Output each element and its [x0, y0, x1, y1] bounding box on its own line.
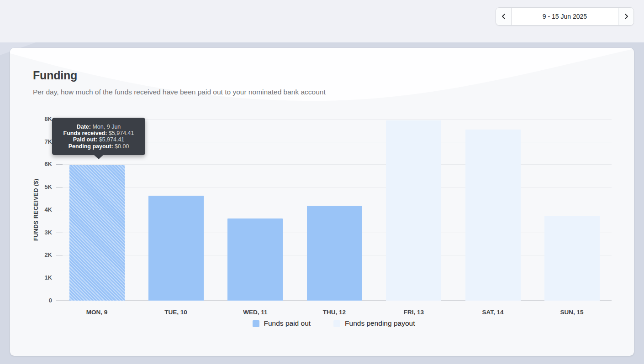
chevron-left-icon: [501, 13, 507, 20]
x-tick-label: THU, 12: [302, 309, 366, 316]
bar-sat-14[interactable]: [465, 130, 521, 301]
bar-wed-11[interactable]: [227, 218, 283, 301]
axis-tick: [56, 210, 63, 210]
gridline: [56, 164, 612, 165]
chart-legend: Funds paid out Funds pending payout: [56, 319, 612, 328]
legend-label: Funds pending payout: [345, 319, 415, 328]
y-tick-label: 2K: [32, 251, 52, 258]
y-tick-label: 1K: [32, 274, 52, 281]
legend-label: Funds paid out: [264, 319, 311, 328]
pending-payout-swatch-icon: [333, 320, 340, 327]
funding-card: Funding Per day, how much of the funds r…: [10, 48, 634, 356]
y-tick-label: 6K: [32, 161, 52, 167]
bar-fri-13[interactable]: [386, 120, 441, 301]
bar-tue-10[interactable]: [148, 196, 204, 301]
axis-tick: [56, 187, 63, 187]
chevron-right-icon: [623, 13, 629, 20]
date-range-label[interactable]: 9 - 15 Jun 2025: [511, 8, 618, 25]
tooltip-funds-received-row: Funds received: $5,974.41: [57, 130, 141, 136]
axis-tick: [56, 233, 63, 233]
paid-out-swatch-icon: [253, 320, 259, 327]
previous-week-button[interactable]: [496, 8, 511, 25]
y-tick-label: 8K: [32, 115, 52, 122]
axis-tick: [56, 278, 63, 278]
x-tick-label: MON, 9: [65, 309, 129, 316]
bar-mon-9[interactable]: [69, 165, 125, 301]
date-range-navigator: 9 - 15 Jun 2025: [496, 7, 634, 26]
x-tick-label: SUN, 15: [540, 309, 604, 316]
x-tick-label: FRI, 13: [382, 309, 446, 316]
tooltip-arrow: [94, 155, 104, 159]
bar-sun-15[interactable]: [544, 216, 600, 301]
bar-thu-12[interactable]: [307, 206, 362, 301]
y-tick-label: 3K: [32, 229, 52, 236]
y-tick-label: 5K: [32, 183, 52, 190]
y-tick-label: 4K: [32, 206, 52, 213]
axis-tick: [56, 164, 63, 165]
axis-tick: [56, 255, 63, 255]
legend-item-funds-paid-out[interactable]: Funds paid out: [253, 319, 311, 328]
x-tick-label: WED, 11: [223, 309, 287, 316]
x-tick-label: TUE, 10: [144, 309, 208, 316]
y-tick-label: 7K: [32, 138, 52, 145]
chart-tooltip: Date: Mon, 9 Jun Funds received: $5,974.…: [52, 118, 145, 155]
page-title: Funding: [33, 69, 77, 82]
page-subtitle: Per day, how much of the funds received …: [33, 88, 326, 96]
y-tick-label: 0: [32, 297, 52, 304]
gridline: [56, 187, 612, 187]
next-week-button[interactable]: [618, 8, 633, 25]
x-tick-label: SAT, 14: [461, 309, 525, 316]
tooltip-paid-out-row: Paid out: $5,974.41: [57, 136, 141, 143]
tooltip-date-row: Date: Mon, 9 Jun: [57, 124, 141, 130]
legend-item-funds-pending-payout[interactable]: Funds pending payout: [333, 319, 415, 328]
tooltip-pending-payout-row: Pending payout: $0.00: [57, 143, 141, 150]
